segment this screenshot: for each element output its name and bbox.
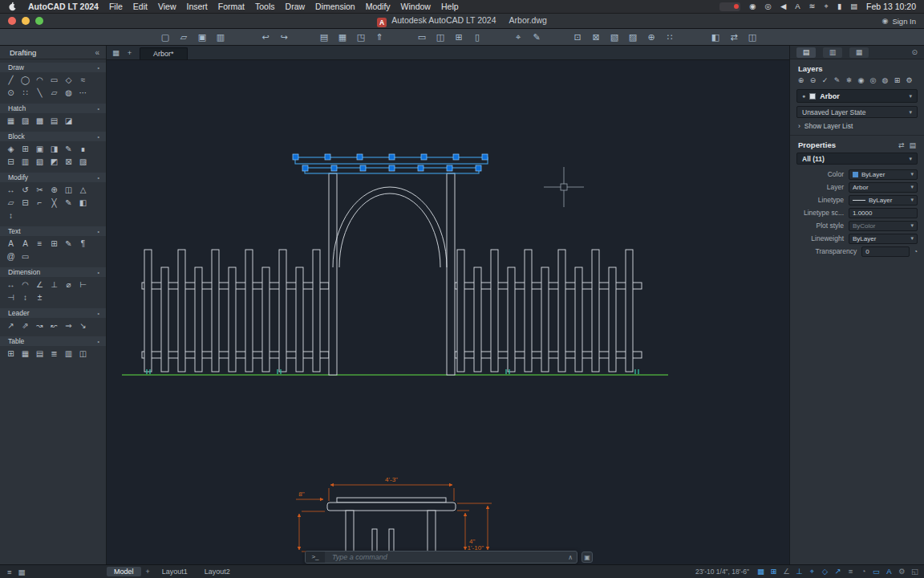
menu-insert[interactable]: Insert [187,2,208,11]
set-current-layer-icon[interactable]: ✓ [821,76,829,84]
tool-icon[interactable]: ⇗ [19,320,31,332]
plot-preview-icon[interactable]: ◳ [354,31,368,43]
section-leader[interactable]: Leader• [0,308,106,318]
panel-left-icon[interactable]: ◧ [708,31,723,43]
tool-icon[interactable]: A [5,238,17,250]
isolate-layer-icon[interactable]: ◍ [881,76,890,84]
layers-palette-icon[interactable]: ▤ [796,47,816,58]
pin-icon[interactable]: ⊙ [911,48,918,56]
workspace-switching-icon[interactable]: ⚙ [898,567,906,576]
tool-icon[interactable]: ▭ [48,75,60,86]
tool-icon[interactable]: ⊙ [5,88,17,99]
menu-tools[interactable]: Tools [255,2,275,11]
tool-icon[interactable]: ▭ [19,251,31,263]
merge-layer-icon[interactable]: ⊞ [893,76,902,84]
menu-window[interactable]: Window [401,2,431,11]
section-options-icon[interactable]: • [98,175,99,181]
tool-icon[interactable]: ⊟ [19,197,31,209]
tool-icon[interactable]: ⊠ [63,157,75,168]
transparency-display-icon[interactable]: ◔ [859,567,868,576]
selection-cycling-icon[interactable]: ▭ [872,567,881,576]
tool-icon[interactable]: ✎ [63,238,75,250]
tool-icon[interactable]: ∷ [19,88,31,99]
section-options-icon[interactable]: • [98,229,99,234]
snap-mode-icon[interactable]: ⊞ [769,567,778,576]
section-options-icon[interactable]: • [98,339,99,344]
volume-icon[interactable]: ◀ [780,2,786,11]
compare-icon[interactable]: ◫ [745,31,760,43]
layout-grid-icon[interactable]: ▦ [18,568,26,576]
tool-icon[interactable]: ↕ [5,210,17,222]
underlay-icon[interactable]: ▨ [626,31,640,43]
section-draw[interactable]: Draw• [0,63,106,72]
tool-icon[interactable]: ◇ [63,75,75,86]
tool-icon[interactable]: ± [34,292,46,303]
zoom-window-button[interactable] [35,17,43,25]
menu-dimension[interactable]: Dimension [315,2,355,11]
menu-help[interactable]: Help [441,2,459,11]
measure-icon[interactable]: ⌖ [511,31,525,43]
add-plotter-icon[interactable]: ▦ [335,31,350,43]
tool-icon[interactable]: ≡ [34,238,46,250]
app-menu[interactable]: AutoCAD LT 2024 [28,2,99,11]
section-text[interactable]: Text• [0,226,106,236]
redo-icon[interactable]: ↪ [277,31,291,43]
linetype-scale-input[interactable]: 1.0000 [849,208,918,218]
input-source-icon[interactable]: A [795,2,800,11]
plot-icon[interactable]: ▤ [317,31,331,43]
sign-in-button[interactable]: ◉ Sign In [882,17,916,26]
menu-draw[interactable]: Draw [286,2,306,11]
tool-icon[interactable]: ▦ [19,348,31,360]
current-layer-select[interactable]: ● Arbor ▾ [796,89,918,103]
apple-menu-icon[interactable] [8,2,18,11]
tool-icon[interactable]: ◠ [19,279,31,291]
tool-icon[interactable]: ✂ [34,185,46,196]
tool-icon[interactable]: ▩ [34,116,46,127]
tool-icon[interactable]: ⊣ [5,292,17,303]
search-icon[interactable]: ⌖ [825,2,829,11]
save-as-icon[interactable]: ▥ [213,31,228,43]
tool-icon[interactable]: ▤ [34,348,46,360]
tool-icon[interactable]: ⊟ [5,157,17,168]
tool-icon[interactable]: ◫ [63,185,75,196]
object-snap-icon[interactable]: ◇ [821,567,829,576]
tool-icon[interactable]: ◈ [5,144,17,155]
sheetset-palette-icon[interactable]: ▦ [849,47,869,58]
annotate-icon[interactable]: ✎ [529,31,544,43]
tool-icon[interactable]: ≈ [77,75,89,86]
command-customize-icon[interactable]: ▣ [582,552,593,563]
tool-icon[interactable]: ⊥ [48,279,60,291]
infer-constraints-icon[interactable]: ∠ [782,567,791,576]
tool-icon[interactable]: ◫ [77,348,89,360]
tool-icon[interactable]: ↔ [5,279,17,291]
collapse-panel-icon[interactable]: « [95,48,99,57]
attach-xref-icon[interactable]: ⊡ [570,31,585,43]
menu-format[interactable]: Format [218,2,245,11]
tool-icon[interactable]: ⋯ [77,88,89,99]
tool-icon[interactable]: ¶ [77,238,89,250]
tab-model[interactable]: Model [107,567,141,576]
tool-icon[interactable]: ↜ [48,320,60,332]
ortho-mode-icon[interactable]: ⊥ [795,567,804,576]
new-layer-icon[interactable]: ⊕ [796,76,805,84]
undo-icon[interactable]: ↩ [258,31,273,43]
tool-icon[interactable]: ⌀ [63,279,75,291]
section-dimension[interactable]: Dimension• [0,267,106,277]
menu-edit[interactable]: Edit [133,2,148,11]
layer-state-select[interactable]: Unsaved Layer State ▾ [796,106,918,118]
layout-icon[interactable]: ◫ [433,31,448,43]
tool-icon[interactable]: ↗ [5,320,17,332]
tool-icon[interactable]: ▤ [48,116,60,127]
tool-icon[interactable]: @ [5,251,17,263]
tool-icon[interactable]: ╲ [34,88,46,99]
menu-modify[interactable]: Modify [366,2,391,11]
clip-xref-icon[interactable]: ⊠ [589,31,603,43]
selection-grips[interactable] [293,154,488,171]
section-options-icon[interactable]: • [98,270,99,275]
tab-layout2[interactable]: Layout2 [197,567,237,576]
section-options-icon[interactable]: • [98,134,99,140]
tool-icon[interactable]: ⊞ [48,238,60,250]
tool-icon[interactable]: ▣ [34,144,46,155]
lineweight-display-icon[interactable]: ≡ [846,567,855,576]
publish-icon[interactable]: ⇑ [372,31,387,43]
